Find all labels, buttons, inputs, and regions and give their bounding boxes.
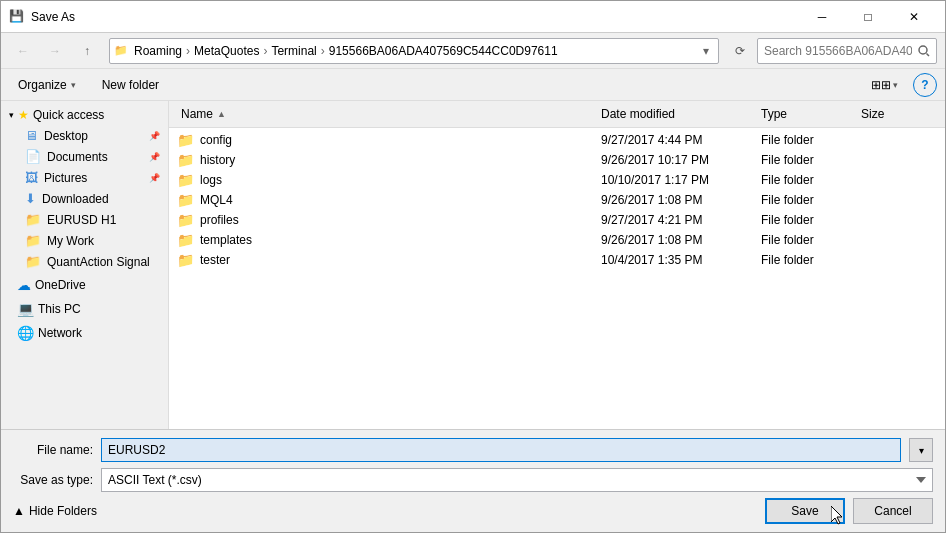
quick-access-header[interactable]: ▾ ★ Quick access [1, 105, 168, 125]
file-name-cell: 📁 templates [177, 232, 597, 248]
view-chevron: ▾ [893, 80, 898, 90]
forward-button[interactable]: → [41, 38, 69, 64]
documents-icon: 📄 [25, 149, 41, 164]
folder-icon: 📁 [177, 132, 194, 148]
address-part-terminal: Terminal [269, 44, 318, 58]
close-button[interactable]: ✕ [891, 1, 937, 33]
help-button[interactable]: ? [913, 73, 937, 97]
filename-row: File name: ▾ [13, 438, 933, 462]
filename-input[interactable] [101, 438, 901, 462]
table-row[interactable]: 📁 config 9/27/2017 4:44 PM File folder [169, 130, 945, 150]
table-row[interactable]: 📁 tester 10/4/2017 1:35 PM File folder [169, 250, 945, 270]
sidebar-item-pictures[interactable]: 🖼 Pictures 📌 [1, 167, 168, 188]
file-date-cell: 10/4/2017 1:35 PM [597, 253, 757, 267]
address-part-metaquotes: MetaQuotes [192, 44, 261, 58]
sidebar-item-mywork[interactable]: 📁 My Work [1, 230, 168, 251]
file-date-cell: 9/26/2017 1:08 PM [597, 233, 757, 247]
filename-dropdown-button[interactable]: ▾ [909, 438, 933, 462]
thispc-section: 💻 This PC [1, 298, 168, 320]
folder-icon: 📁 [177, 252, 194, 268]
col-size-label: Size [861, 107, 884, 121]
file-name-cell: 📁 tester [177, 252, 597, 268]
col-header-size[interactable]: Size [857, 105, 937, 123]
address-bar[interactable]: 📁 Roaming › MetaQuotes › Terminal › 9155… [109, 38, 719, 64]
table-row[interactable]: 📁 history 9/26/2017 10:17 PM File folder [169, 150, 945, 170]
file-date-cell: 9/27/2017 4:44 PM [597, 133, 757, 147]
quick-access-star-icon: ★ [18, 108, 29, 122]
filename-label: File name: [13, 443, 93, 457]
col-header-date[interactable]: Date modified [597, 105, 757, 123]
table-row[interactable]: 📁 templates 9/26/2017 1:08 PM File folde… [169, 230, 945, 250]
sidebar-item-eurusd[interactable]: 📁 EURUSD H1 [1, 209, 168, 230]
file-list: 📁 config 9/27/2017 4:44 PM File folder 📁… [169, 128, 945, 429]
folder-icon: 📁 [177, 172, 194, 188]
file-name-cell: 📁 profiles [177, 212, 597, 228]
downloaded-icon: ⬇ [25, 191, 36, 206]
downloaded-label: Downloaded [42, 192, 109, 206]
file-type-cell: File folder [757, 153, 857, 167]
sidebar-item-network[interactable]: 🌐 Network [1, 322, 168, 344]
bottom-form: File name: ▾ Save as type: ASCII Text (*… [1, 429, 945, 532]
file-name-cell: 📁 config [177, 132, 597, 148]
sidebar-item-documents[interactable]: 📄 Documents 📌 [1, 146, 168, 167]
up-button[interactable]: ↑ [73, 38, 101, 64]
pin-icon-documents: 📌 [149, 152, 160, 162]
address-icon: 📁 [114, 44, 128, 57]
organize-button[interactable]: Organize ▾ [9, 73, 85, 97]
address-dropdown-icon[interactable]: ▾ [698, 39, 714, 63]
refresh-button[interactable]: ⟳ [727, 38, 753, 64]
view-icon: ⊞⊞ [871, 78, 891, 92]
minimize-button[interactable]: ─ [799, 1, 845, 33]
sidebar-item-downloaded[interactable]: ⬇ Downloaded [1, 188, 168, 209]
file-date-cell: 10/10/2017 1:17 PM [597, 173, 757, 187]
search-input[interactable] [757, 38, 937, 64]
cancel-button[interactable]: Cancel [853, 498, 933, 524]
new-folder-button[interactable]: New folder [93, 73, 168, 97]
sidebar-item-thispc[interactable]: 💻 This PC [1, 298, 168, 320]
file-name-cell: 📁 logs [177, 172, 597, 188]
file-name-text: MQL4 [200, 193, 233, 207]
documents-label: Documents [47, 150, 108, 164]
file-name-text: tester [200, 253, 230, 267]
hide-folders-button[interactable]: ▲ Hide Folders [13, 504, 97, 518]
file-name-text: history [200, 153, 235, 167]
thispc-icon: 💻 [17, 301, 34, 317]
sidebar-item-onedrive[interactable]: ☁ OneDrive [1, 274, 168, 296]
col-header-name[interactable]: Name ▲ [177, 105, 597, 123]
col-date-label: Date modified [601, 107, 675, 121]
mywork-icon: 📁 [25, 233, 41, 248]
save-button[interactable]: Save [765, 498, 845, 524]
maximize-button[interactable]: □ [845, 1, 891, 33]
file-column-headers: Name ▲ Date modified Type Size [169, 101, 945, 128]
col-type-label: Type [761, 107, 787, 121]
savetype-select[interactable]: ASCII Text (*.csv)CSV (*.csv)Text (*.txt… [101, 468, 933, 492]
back-button[interactable]: ← [9, 38, 37, 64]
file-name-text: config [200, 133, 232, 147]
eurusd-icon: 📁 [25, 212, 41, 227]
sidebar-item-desktop[interactable]: 🖥 Desktop 📌 [1, 125, 168, 146]
quantaction-label: QuantAction Signal [47, 255, 150, 269]
address-part-roaming: Roaming [132, 44, 184, 58]
col-header-type[interactable]: Type [757, 105, 857, 123]
network-icon: 🌐 [17, 325, 34, 341]
folder-icon: 📁 [177, 212, 194, 228]
quick-access-label: Quick access [33, 108, 104, 122]
quick-access-expand-icon: ▾ [9, 110, 14, 120]
quantaction-icon: 📁 [25, 254, 41, 269]
address-part-hash: 915566BA06ADA407569C544CC0D97611 [327, 44, 560, 58]
table-row[interactable]: 📁 logs 10/10/2017 1:17 PM File folder [169, 170, 945, 190]
title-bar: 💾 Save As ─ □ ✕ [1, 1, 945, 33]
view-button[interactable]: ⊞⊞ ▾ [864, 73, 905, 97]
save-label: Save [791, 504, 818, 518]
network-label: Network [38, 326, 82, 340]
desktop-label: Desktop [44, 129, 88, 143]
sidebar-item-quantaction[interactable]: 📁 QuantAction Signal [1, 251, 168, 272]
table-row[interactable]: 📁 profiles 9/27/2017 4:21 PM File folder [169, 210, 945, 230]
file-type-cell: File folder [757, 193, 857, 207]
cursor-icon [831, 506, 847, 526]
thispc-label: This PC [38, 302, 81, 316]
table-row[interactable]: 📁 MQL4 9/26/2017 1:08 PM File folder [169, 190, 945, 210]
pictures-icon: 🖼 [25, 170, 38, 185]
sort-arrow-icon: ▲ [217, 109, 226, 119]
file-name-text: logs [200, 173, 222, 187]
